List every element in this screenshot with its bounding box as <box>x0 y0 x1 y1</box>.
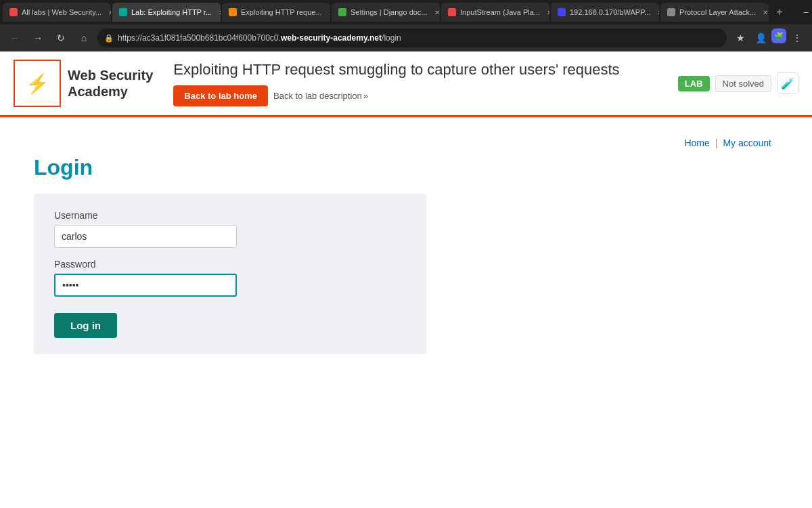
refresh-button[interactable]: ↻ <box>51 28 70 47</box>
browser-toolbar-icons: ★ 👤 🧩 ⋮ <box>731 28 807 47</box>
new-tab-button[interactable]: + <box>770 3 789 22</box>
tab-close[interactable]: ✕ <box>657 9 659 16</box>
password-group: Password <box>54 259 406 297</box>
tab-protocol-layer[interactable]: Protocol Layer Attack... ✕ <box>660 3 769 22</box>
tab-favicon <box>9 8 18 16</box>
tab-close[interactable]: ✕ <box>434 9 440 16</box>
logo-lightning-icon: ⚡ <box>26 72 49 95</box>
back-to-lab-home-button[interactable]: Back to lab home <box>173 85 268 106</box>
my-account-nav-link[interactable]: My account <box>723 137 771 148</box>
lab-title-area: Exploiting HTTP request smuggling to cap… <box>153 61 678 106</box>
tab-favicon <box>448 8 456 16</box>
lab-badge: LAB <box>678 76 710 91</box>
top-nav: Home | My account <box>27 131 785 155</box>
tab-favicon <box>667 8 675 16</box>
tab-close[interactable]: ✕ <box>547 9 549 16</box>
tab-bar: All labs | Web Security... ✕ Lab: Exploi… <box>0 0 812 24</box>
tab-all-labs[interactable]: All labs | Web Security... ✕ <box>3 3 111 22</box>
bookmarks-icon[interactable]: ★ <box>731 28 750 47</box>
chevron-right-icon: » <box>363 91 368 101</box>
nav-separator: | <box>715 137 718 148</box>
username-input[interactable] <box>54 225 237 248</box>
account-icon[interactable]: 👤 <box>751 28 770 47</box>
address-bar-row: ← → ↻ ⌂ 🔒 https://ac3a1f081fa500b681bc04… <box>0 24 812 51</box>
logo-box: ⚡ <box>14 60 61 107</box>
tab-inputstream[interactable]: InputStream (Java Pla... ✕ <box>441 3 549 22</box>
logo-box-inner: ⚡ <box>15 61 60 106</box>
security-lock-icon: 🔒 <box>104 34 114 43</box>
tab-favicon <box>119 8 127 16</box>
tab-favicon <box>558 8 566 16</box>
password-label: Password <box>54 259 406 270</box>
tab-close[interactable]: ✕ <box>329 9 330 16</box>
logo-area[interactable]: ⚡ Web Security Academy <box>14 60 153 107</box>
not-solved-badge: Not solved <box>715 75 771 92</box>
login-heading: Login <box>34 155 785 180</box>
tab-settings-django[interactable]: Settings | Django doc... ✕ <box>332 3 440 22</box>
tab-close[interactable]: ✕ <box>219 9 221 16</box>
tab-close[interactable]: ✕ <box>108 9 111 16</box>
tab-close[interactable]: ✕ <box>763 9 768 16</box>
extensions-icon[interactable]: 🧩 <box>771 28 786 43</box>
address-bar[interactable]: 🔒 https://ac3a1f081fa500b681bc04f600b700… <box>97 28 727 47</box>
tab-exploiting-http[interactable]: Exploiting HTTP reque... ✕ <box>222 3 330 22</box>
lab-actions: Back to lab home Back to lab description… <box>173 85 678 106</box>
username-label: Username <box>54 210 406 221</box>
tab-bwapp[interactable]: 192.168.0.170/bWAPP... ✕ <box>551 3 659 22</box>
tab-favicon <box>338 8 346 16</box>
tab-lab-exploiting[interactable]: Lab: Exploiting HTTP r... ✕ <box>112 3 221 22</box>
forward-button[interactable]: → <box>28 28 47 47</box>
window-controls: – □ ✕ <box>790 0 812 24</box>
lab-status-area: LAB Not solved 🧪 <box>678 72 798 94</box>
back-button[interactable]: ← <box>5 28 24 47</box>
page-wrapper: ⚡ Web Security Academy Exploiting HTTP r… <box>0 51 812 368</box>
flask-icon[interactable]: 🧪 <box>777 72 798 94</box>
back-to-lab-description-link[interactable]: Back to lab description » <box>273 91 368 101</box>
username-group: Username <box>54 210 406 248</box>
lab-title: Exploiting HTTP request smuggling to cap… <box>173 61 678 79</box>
logo-text: Web Security Academy <box>68 67 153 100</box>
site-header: ⚡ Web Security Academy Exploiting HTTP r… <box>0 51 812 117</box>
login-button[interactable]: Log in <box>54 313 117 338</box>
address-url-text: https://ac3a1f081fa500b681bc04f600b700c0… <box>118 33 401 43</box>
home-button[interactable]: ⌂ <box>74 28 93 47</box>
minimize-button[interactable]: – <box>790 0 812 24</box>
home-nav-link[interactable]: Home <box>684 137 709 148</box>
content-area: Home | My account Login Username Passwor… <box>0 117 812 368</box>
login-form-container: Username Password Log in <box>34 194 426 354</box>
tab-favicon <box>229 8 237 16</box>
password-input[interactable] <box>54 274 237 297</box>
menu-icon[interactable]: ⋮ <box>788 28 807 47</box>
